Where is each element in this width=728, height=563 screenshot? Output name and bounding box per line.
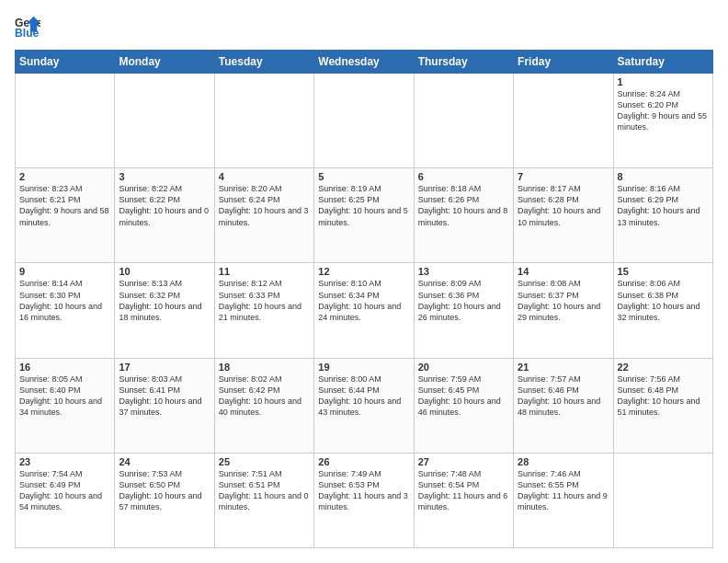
day-info: Sunrise: 7:57 AM Sunset: 6:46 PM Dayligh…	[518, 373, 609, 419]
calendar-cell	[16, 74, 115, 168]
day-info: Sunrise: 8:17 AM Sunset: 6:28 PM Dayligh…	[518, 183, 609, 228]
weekday-header-monday: Monday	[115, 51, 214, 74]
day-number: 2	[19, 171, 110, 182]
day-number: 28	[518, 456, 609, 467]
calendar-cell	[115, 74, 214, 168]
day-info: Sunrise: 8:02 AM Sunset: 6:42 PM Dayligh…	[219, 373, 310, 419]
day-number: 27	[418, 456, 509, 467]
calendar-cell: 17Sunrise: 8:03 AM Sunset: 6:41 PM Dayli…	[115, 358, 214, 453]
calendar-cell: 25Sunrise: 7:51 AM Sunset: 6:51 PM Dayli…	[214, 453, 313, 547]
weekday-header-tuesday: Tuesday	[214, 51, 313, 74]
day-number: 17	[119, 362, 210, 373]
day-number: 18	[219, 362, 310, 373]
week-row-0: 1Sunrise: 8:24 AM Sunset: 6:20 PM Daylig…	[16, 74, 713, 168]
calendar-cell	[613, 453, 712, 547]
calendar-cell: 23Sunrise: 7:54 AM Sunset: 6:49 PM Dayli…	[16, 453, 115, 547]
day-info: Sunrise: 8:20 AM Sunset: 6:24 PM Dayligh…	[219, 183, 310, 228]
calendar-cell: 11Sunrise: 8:12 AM Sunset: 6:33 PM Dayli…	[214, 263, 313, 358]
calendar-table: SundayMondayTuesdayWednesdayThursdayFrid…	[15, 50, 713, 548]
day-info: Sunrise: 8:05 AM Sunset: 6:40 PM Dayligh…	[19, 373, 110, 419]
day-number: 6	[418, 171, 509, 182]
calendar-cell: 2Sunrise: 8:23 AM Sunset: 6:21 PM Daylig…	[16, 168, 115, 263]
calendar-cell: 19Sunrise: 8:00 AM Sunset: 6:44 PM Dayli…	[314, 358, 414, 453]
logo: General Blue	[15, 15, 40, 40]
day-number: 1	[618, 76, 709, 87]
day-info: Sunrise: 7:49 AM Sunset: 6:53 PM Dayligh…	[318, 468, 409, 513]
weekday-header-saturday: Saturday	[613, 51, 712, 74]
day-number: 9	[19, 266, 110, 277]
day-number: 13	[418, 266, 509, 277]
day-number: 16	[19, 362, 110, 373]
day-info: Sunrise: 7:51 AM Sunset: 6:51 PM Dayligh…	[219, 468, 310, 513]
calendar-cell: 18Sunrise: 8:02 AM Sunset: 6:42 PM Dayli…	[214, 358, 313, 453]
day-number: 8	[618, 171, 709, 182]
calendar-cell: 7Sunrise: 8:17 AM Sunset: 6:28 PM Daylig…	[514, 168, 613, 263]
day-number: 12	[318, 266, 409, 277]
day-number: 25	[219, 456, 310, 467]
day-info: Sunrise: 8:06 AM Sunset: 6:38 PM Dayligh…	[618, 278, 709, 323]
calendar-cell: 8Sunrise: 8:16 AM Sunset: 6:29 PM Daylig…	[613, 168, 712, 263]
day-number: 22	[618, 362, 709, 373]
day-number: 23	[19, 456, 110, 467]
day-number: 21	[518, 362, 609, 373]
weekday-header-friday: Friday	[514, 51, 613, 74]
day-info: Sunrise: 8:16 AM Sunset: 6:29 PM Dayligh…	[618, 183, 709, 228]
week-row-1: 2Sunrise: 8:23 AM Sunset: 6:21 PM Daylig…	[16, 168, 713, 263]
day-info: Sunrise: 7:56 AM Sunset: 6:48 PM Dayligh…	[618, 373, 709, 419]
day-info: Sunrise: 7:46 AM Sunset: 6:55 PM Dayligh…	[518, 468, 609, 513]
week-row-3: 16Sunrise: 8:05 AM Sunset: 6:40 PM Dayli…	[16, 358, 713, 453]
day-number: 3	[119, 171, 210, 182]
calendar-cell: 14Sunrise: 8:08 AM Sunset: 6:37 PM Dayli…	[514, 263, 613, 358]
week-row-2: 9Sunrise: 8:14 AM Sunset: 6:30 PM Daylig…	[16, 263, 713, 358]
calendar-cell: 16Sunrise: 8:05 AM Sunset: 6:40 PM Dayli…	[16, 358, 115, 453]
day-number: 5	[318, 171, 409, 182]
calendar-cell: 3Sunrise: 8:22 AM Sunset: 6:22 PM Daylig…	[115, 168, 214, 263]
calendar-cell: 10Sunrise: 8:13 AM Sunset: 6:32 PM Dayli…	[115, 263, 214, 358]
day-number: 19	[318, 362, 409, 373]
day-number: 4	[219, 171, 310, 182]
calendar-cell: 22Sunrise: 7:56 AM Sunset: 6:48 PM Dayli…	[613, 358, 712, 453]
calendar-cell	[514, 74, 613, 168]
week-row-4: 23Sunrise: 7:54 AM Sunset: 6:49 PM Dayli…	[16, 453, 713, 547]
day-number: 14	[518, 266, 609, 277]
day-number: 11	[219, 266, 310, 277]
calendar-cell	[414, 74, 513, 168]
day-info: Sunrise: 8:12 AM Sunset: 6:33 PM Dayligh…	[219, 278, 310, 323]
day-info: Sunrise: 8:13 AM Sunset: 6:32 PM Dayligh…	[119, 278, 210, 323]
calendar-cell: 28Sunrise: 7:46 AM Sunset: 6:55 PM Dayli…	[514, 453, 613, 547]
weekday-header-row: SundayMondayTuesdayWednesdayThursdayFrid…	[16, 51, 713, 74]
day-number: 7	[518, 171, 609, 182]
calendar-cell	[314, 74, 414, 168]
calendar-cell: 12Sunrise: 8:10 AM Sunset: 6:34 PM Dayli…	[314, 263, 414, 358]
day-info: Sunrise: 8:14 AM Sunset: 6:30 PM Dayligh…	[19, 278, 110, 323]
calendar-cell: 21Sunrise: 7:57 AM Sunset: 6:46 PM Dayli…	[514, 358, 613, 453]
calendar-cell: 1Sunrise: 8:24 AM Sunset: 6:20 PM Daylig…	[613, 74, 712, 168]
calendar-cell: 27Sunrise: 7:48 AM Sunset: 6:54 PM Dayli…	[414, 453, 513, 547]
day-info: Sunrise: 8:09 AM Sunset: 6:36 PM Dayligh…	[418, 278, 509, 323]
day-info: Sunrise: 8:23 AM Sunset: 6:21 PM Dayligh…	[19, 183, 110, 228]
day-info: Sunrise: 8:00 AM Sunset: 6:44 PM Dayligh…	[318, 373, 409, 419]
day-number: 20	[418, 362, 509, 373]
calendar-cell	[214, 74, 313, 168]
day-info: Sunrise: 8:03 AM Sunset: 6:41 PM Dayligh…	[119, 373, 210, 419]
weekday-header-wednesday: Wednesday	[314, 51, 414, 74]
calendar-cell: 6Sunrise: 8:18 AM Sunset: 6:26 PM Daylig…	[414, 168, 513, 263]
calendar-cell: 15Sunrise: 8:06 AM Sunset: 6:38 PM Dayli…	[613, 263, 712, 358]
day-number: 26	[318, 456, 409, 467]
day-info: Sunrise: 7:48 AM Sunset: 6:54 PM Dayligh…	[418, 468, 509, 513]
day-info: Sunrise: 8:18 AM Sunset: 6:26 PM Dayligh…	[418, 183, 509, 228]
day-info: Sunrise: 8:22 AM Sunset: 6:22 PM Dayligh…	[119, 183, 210, 228]
calendar-cell: 24Sunrise: 7:53 AM Sunset: 6:50 PM Dayli…	[115, 453, 214, 547]
logo-icon: General Blue	[15, 15, 40, 40]
calendar-cell: 20Sunrise: 7:59 AM Sunset: 6:45 PM Dayli…	[414, 358, 513, 453]
calendar-cell: 4Sunrise: 8:20 AM Sunset: 6:24 PM Daylig…	[214, 168, 313, 263]
day-info: Sunrise: 7:59 AM Sunset: 6:45 PM Dayligh…	[418, 373, 509, 419]
weekday-header-sunday: Sunday	[16, 51, 115, 74]
day-info: Sunrise: 8:10 AM Sunset: 6:34 PM Dayligh…	[318, 278, 409, 323]
calendar-cell: 13Sunrise: 8:09 AM Sunset: 6:36 PM Dayli…	[414, 263, 513, 358]
day-info: Sunrise: 7:53 AM Sunset: 6:50 PM Dayligh…	[119, 468, 210, 513]
day-info: Sunrise: 8:19 AM Sunset: 6:25 PM Dayligh…	[318, 183, 409, 228]
header: General Blue	[15, 15, 713, 40]
page: General Blue SundayMondayTuesdayWednesda…	[0, 0, 728, 563]
calendar-cell: 5Sunrise: 8:19 AM Sunset: 6:25 PM Daylig…	[314, 168, 414, 263]
